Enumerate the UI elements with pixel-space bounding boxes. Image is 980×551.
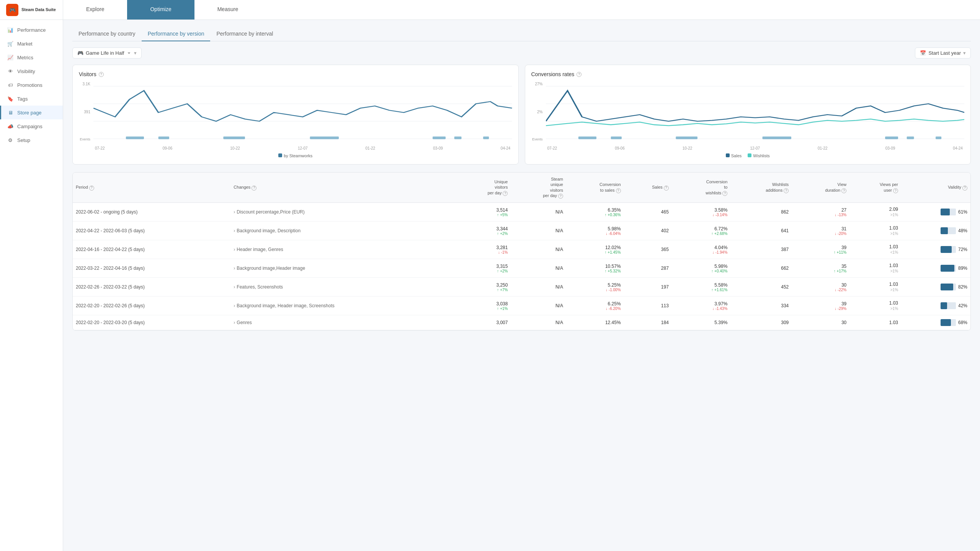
cell-steam-unique: N/A	[511, 315, 566, 330]
sidebar-item-metrics[interactable]: 📈 Metrics	[0, 51, 63, 64]
conv-y-max: 27%	[531, 82, 543, 86]
cw-info[interactable]: ?	[722, 191, 727, 196]
visitors-y-max: 3.1K	[79, 82, 90, 86]
cell-views-per-user: 1.03>1%	[849, 222, 901, 240]
cell-wish-add: 452	[730, 278, 792, 297]
cell-conv-sales: 6.35%↑ +0.36%	[566, 203, 624, 222]
game-filter-dropdown[interactable]: 🎮 Game Life in Half ▾	[72, 47, 142, 59]
cell-sales: 402	[624, 222, 672, 240]
cell-period: 2022-03-22 - 2022-04-16 (5 days)	[73, 259, 230, 278]
game-filter-icon: 🎮	[77, 50, 83, 56]
svg-rect-17	[676, 137, 697, 139]
visitors-x-labels: 07-2209-0610-2212-0701-2203-0904-24	[93, 146, 512, 150]
nav-optimize[interactable]: Optimize	[127, 0, 194, 20]
visitors-chart-card: Visitors ? 3.1K 391 Events	[72, 65, 519, 165]
suv-info[interactable]: ?	[558, 194, 563, 199]
sidebar-item-market[interactable]: 🛒 Market	[0, 37, 63, 51]
svg-rect-19	[885, 137, 898, 139]
cell-validity: 68%	[901, 315, 970, 330]
validity-bar-fill	[941, 246, 952, 253]
tab-performance-by-version[interactable]: Performance by version	[142, 28, 211, 41]
cell-wish-add: 862	[730, 203, 792, 222]
cs-info[interactable]: ?	[616, 188, 621, 193]
th-validity: Validity ?	[901, 173, 970, 203]
sidebar-item-setup[interactable]: ⚙ Setup	[0, 133, 63, 147]
cell-steam-unique: N/A	[511, 240, 566, 259]
cell-validity: 42%	[901, 297, 970, 315]
cell-views-per-user: 2.09>1%	[849, 203, 901, 222]
cell-conv-sales: 12.02%↑ +1.45%	[566, 240, 624, 259]
sales-info[interactable]: ?	[664, 186, 669, 191]
val-info[interactable]: ?	[962, 186, 967, 191]
cell-changes: ›Background image, Header image, Screens…	[230, 297, 456, 315]
sidebar-item-promotions[interactable]: 🏷 Promotions	[0, 78, 63, 92]
visitors-y-min: 391	[79, 110, 90, 114]
sidebar-item-store-page[interactable]: 🖥 Store page	[0, 106, 63, 119]
nav-measure[interactable]: Measure	[194, 0, 261, 20]
uv-info[interactable]: ?	[503, 191, 508, 196]
cell-conv-wish: 5.98%↑ +0.40%	[672, 259, 731, 278]
tab-performance-by-interval[interactable]: Performance by interval	[210, 28, 279, 41]
store-page-icon: 🖥	[7, 109, 13, 116]
cell-wish-add: 387	[730, 240, 792, 259]
vpu-info[interactable]: ?	[893, 188, 898, 193]
period-info[interactable]: ?	[89, 186, 94, 191]
cell-validity: 72%	[901, 240, 970, 259]
cell-unique-visitors: 3,007	[456, 315, 511, 330]
vd-info[interactable]: ?	[841, 188, 846, 193]
table-row: 2022-06-02 - ongoing (5 days) ›Discount …	[73, 203, 970, 222]
conversions-info-icon[interactable]: ?	[577, 72, 581, 77]
conv-y-min: 2%	[531, 110, 543, 114]
wa-info[interactable]: ?	[784, 188, 789, 193]
cell-views-per-user: 1.03>1%	[849, 259, 901, 278]
cell-conv-wish: 3.97%↓ -1.43%	[672, 297, 731, 315]
top-navigation: 🎮 Steam Data Suite Explore Optimize Meas…	[0, 0, 980, 20]
cell-view-dur: 35↑ +17%	[792, 259, 849, 278]
cell-validity: 48%	[901, 222, 970, 240]
sidebar-item-visibility[interactable]: 👁 Visibility	[0, 64, 63, 78]
visitors-chart-area	[93, 82, 512, 143]
table-row: 2022-03-22 - 2022-04-16 (5 days) ›Backgr…	[73, 259, 970, 278]
cell-wish-add: 334	[730, 297, 792, 315]
cell-conv-sales: 10.57%↑ +5.32%	[566, 259, 624, 278]
cell-validity: 82%	[901, 278, 970, 297]
validity-pct: 48%	[958, 228, 967, 233]
setup-icon: ⚙	[7, 137, 13, 143]
table-row: 2022-04-16 - 2022-04-22 (5 days) ›Header…	[73, 240, 970, 259]
cell-conv-sales: 12.45%	[566, 315, 624, 330]
changes-info[interactable]: ?	[252, 186, 256, 191]
tab-bar: Performance by country Performance by ve…	[72, 28, 971, 41]
cell-view-dur: 39↓ -29%	[792, 297, 849, 315]
cell-steam-unique: N/A	[511, 259, 566, 278]
app-name: Steam Data Suite	[21, 7, 56, 12]
metrics-icon: 📈	[7, 54, 13, 60]
date-filter-dropdown[interactable]: 📅 Start Last year ▾	[915, 47, 971, 59]
table-row: 2022-04-22 - 2022-06-03 (5 days) ›Backgr…	[73, 222, 970, 240]
visitors-legend: by Steamworks	[79, 153, 512, 158]
cell-changes: ›Header image, Genres	[230, 240, 456, 259]
th-conv-sales: Conversionto sales ?	[566, 173, 624, 203]
validity-pct: 61%	[958, 209, 967, 215]
svg-rect-7	[310, 137, 339, 139]
campaigns-icon: 📣	[7, 123, 13, 129]
tab-performance-by-country[interactable]: Performance by country	[72, 28, 142, 41]
cell-steam-unique: N/A	[511, 297, 566, 315]
validity-bar-fill	[941, 227, 948, 234]
cell-views-per-user: 1.03<1%	[849, 240, 901, 259]
cell-changes: ›Genres	[230, 315, 456, 330]
cell-wish-add: 309	[730, 315, 792, 330]
visitors-info-icon[interactable]: ?	[99, 72, 104, 77]
cell-views-per-user: 1.03	[849, 315, 901, 330]
sidebar-item-campaigns[interactable]: 📣 Campaigns	[0, 119, 63, 133]
validity-pct: 89%	[958, 266, 967, 271]
charts-grid: Visitors ? 3.1K 391 Events	[72, 65, 971, 165]
cell-unique-visitors: 3,514↑ +5%	[456, 203, 511, 222]
validity-bar-fill	[941, 319, 951, 326]
promotions-icon: 🏷	[7, 82, 13, 88]
validity-bar-bg	[941, 246, 956, 253]
validity-bar-bg	[941, 265, 956, 272]
sidebar-item-performance[interactable]: 📊 Performance	[0, 23, 63, 37]
sidebar-item-tags[interactable]: 🔖 Tags	[0, 92, 63, 106]
nav-explore[interactable]: Explore	[63, 0, 127, 20]
cell-view-dur: 27↓ -13%	[792, 203, 849, 222]
